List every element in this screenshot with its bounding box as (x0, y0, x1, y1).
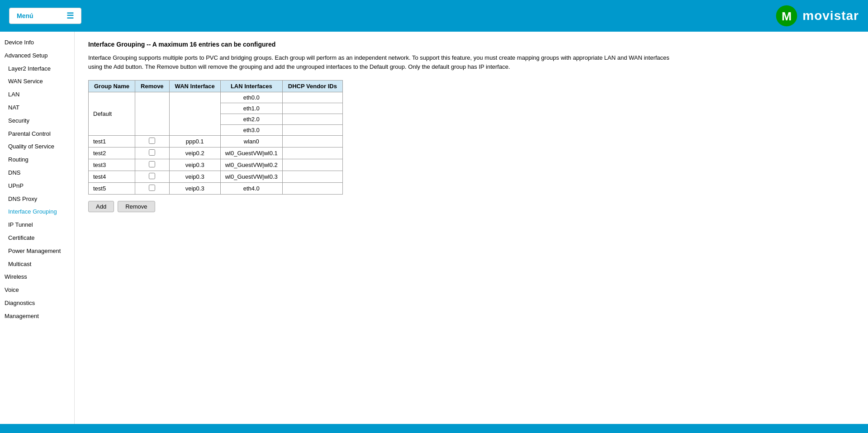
lan-interface-cell: eth1.0 (220, 103, 282, 114)
menu-label: Menú (17, 12, 33, 19)
table-row: test5veip0.3eth4.0 (89, 183, 343, 195)
sidebar-item-wireless[interactable]: Wireless (0, 271, 74, 284)
remove-cell[interactable] (135, 136, 170, 148)
sidebar-item-advanced-setup[interactable]: Advanced Setup (0, 49, 74, 62)
menu-button[interactable]: Menú ☰ (9, 8, 81, 24)
header: Menú ☰ M movistar (0, 0, 868, 32)
wan-interface-cell: veip0.2 (169, 148, 220, 159)
sidebar-item-nat[interactable]: NAT (0, 101, 74, 114)
sidebar-item-dns[interactable]: DNS (0, 167, 74, 180)
table-header-group-name: Group Name (89, 81, 135, 92)
wan-interface-cell: veip0.3 (169, 171, 220, 183)
remove-checkbox[interactable] (149, 161, 155, 167)
sidebar-item-routing[interactable]: Routing (0, 153, 74, 167)
brand-name: movistar (802, 9, 859, 23)
dhcp-vendor-ids-cell (282, 183, 342, 195)
movistar-logo-icon: M (775, 5, 798, 27)
page-description: Interface Grouping supports multiple por… (88, 53, 676, 71)
sidebar-item-security[interactable]: Security (0, 114, 74, 128)
remove-button[interactable]: Remove (118, 201, 155, 212)
dhcp-vendor-ids-cell (282, 136, 342, 148)
sidebar-item-certificate[interactable]: Certificate (0, 232, 74, 245)
wan-interface-cell: veip0.3 (169, 159, 220, 171)
wan-interface-cell: ppp0.1 (169, 136, 220, 148)
remove-cell[interactable] (135, 92, 170, 136)
sidebar-item-ip-tunnel[interactable]: IP Tunnel (0, 219, 74, 232)
dhcp-vendor-ids-cell (282, 125, 342, 136)
table-header-remove: Remove (135, 81, 170, 92)
group-name-cell: test4 (89, 171, 135, 183)
sidebar-item-dns-proxy[interactable]: DNS Proxy (0, 193, 74, 206)
remove-cell[interactable] (135, 148, 170, 159)
dhcp-vendor-ids-cell (282, 171, 342, 183)
brand-logo: M movistar (775, 5, 859, 27)
table-row: test4veip0.3wl0_GuestVW|wl0.3 (89, 171, 343, 183)
lan-interface-cell: eth0.0 (220, 92, 282, 103)
interface-grouping-table: Group NameRemoveWAN InterfaceLAN Interfa… (88, 80, 343, 195)
sidebar-item-quality-of-service[interactable]: Quality of Service (0, 140, 74, 153)
button-row: Add Remove (88, 201, 854, 212)
sidebar-item-parental-control[interactable]: Parental Control (0, 128, 74, 141)
dhcp-vendor-ids-cell (282, 148, 342, 159)
dhcp-vendor-ids-cell (282, 114, 342, 125)
remove-checkbox[interactable] (149, 138, 155, 144)
main-content: Interface Grouping -- A maximum 16 entri… (75, 32, 868, 433)
lan-interface-cell: wl0_GuestVW|wl0.2 (220, 159, 282, 171)
sidebar-item-voice[interactable]: Voice (0, 284, 74, 297)
wan-interface-cell: veip0.3 (169, 183, 220, 195)
lan-interface-cell: eth4.0 (220, 183, 282, 195)
wan-interface-cell (169, 92, 220, 136)
sidebar-item-layer2-interface[interactable]: Layer2 Interface (0, 62, 74, 76)
group-name-cell: test3 (89, 159, 135, 171)
page-title: Interface Grouping -- A maximum 16 entri… (88, 41, 854, 48)
remove-checkbox[interactable] (149, 149, 155, 156)
sidebar: Device InfoAdvanced SetupLayer2 Interfac… (0, 32, 75, 433)
group-name-cell: test5 (89, 183, 135, 195)
lan-interface-cell: wl0_GuestVW|wl0.1 (220, 148, 282, 159)
table-row: test3veip0.3wl0_GuestVW|wl0.2 (89, 159, 343, 171)
remove-checkbox[interactable] (149, 173, 155, 179)
remove-cell[interactable] (135, 159, 170, 171)
sidebar-item-management[interactable]: Management (0, 310, 74, 323)
sidebar-item-interface-grouping[interactable]: Interface Grouping (0, 205, 74, 219)
table-header-wan-interface: WAN Interface (169, 81, 220, 92)
table-header-dhcp-vendor-ids: DHCP Vendor IDs (282, 81, 342, 92)
dhcp-vendor-ids-cell (282, 92, 342, 103)
sidebar-item-lan[interactable]: LAN (0, 88, 74, 101)
remove-cell[interactable] (135, 183, 170, 195)
layout: Device InfoAdvanced SetupLayer2 Interfac… (0, 32, 868, 433)
add-button[interactable]: Add (88, 201, 114, 212)
sidebar-item-upnp[interactable]: UPnP (0, 180, 74, 193)
sidebar-item-power-management[interactable]: Power Management (0, 245, 74, 258)
table-row: Defaulteth0.0 (89, 92, 343, 103)
dhcp-vendor-ids-cell (282, 103, 342, 114)
sidebar-item-device-info[interactable]: Device Info (0, 36, 74, 49)
group-name-cell: test1 (89, 136, 135, 148)
sidebar-item-wan-service[interactable]: WAN Service (0, 75, 74, 88)
svg-text:M: M (782, 10, 792, 23)
footer-bar (0, 424, 868, 433)
lan-interface-cell: eth3.0 (220, 125, 282, 136)
sidebar-item-multicast[interactable]: Multicast (0, 258, 74, 271)
remove-cell[interactable] (135, 171, 170, 183)
remove-checkbox[interactable] (149, 185, 155, 191)
hamburger-icon: ☰ (66, 11, 74, 21)
lan-interface-cell: eth2.0 (220, 114, 282, 125)
table-row: test2veip0.2wl0_GuestVW|wl0.1 (89, 148, 343, 159)
group-name-cell: test2 (89, 148, 135, 159)
sidebar-item-diagnostics[interactable]: Diagnostics (0, 297, 74, 310)
lan-interface-cell: wl0_GuestVW|wl0.3 (220, 171, 282, 183)
lan-interface-cell: wlan0 (220, 136, 282, 148)
group-name-cell: Default (89, 92, 135, 136)
table-header-lan-interfaces: LAN Interfaces (220, 81, 282, 92)
dhcp-vendor-ids-cell (282, 159, 342, 171)
table-row: test1ppp0.1wlan0 (89, 136, 343, 148)
